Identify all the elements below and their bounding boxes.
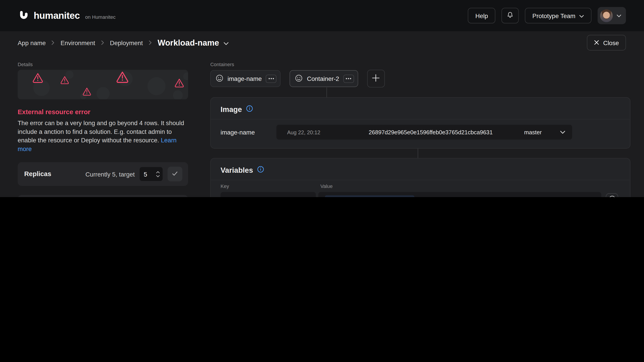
info-icon[interactable]: [257, 166, 264, 175]
public-url-card: Public URL Exposed with public URL Conta…: [18, 195, 188, 197]
chevron-down-icon: [224, 38, 229, 47]
info-icon[interactable]: [246, 105, 253, 114]
replicas-card: Replicas Currently 5, target: [18, 162, 188, 186]
error-title: External resource error: [18, 108, 188, 116]
tab-menu-button[interactable]: [343, 74, 354, 83]
brand: humanitec on Humanitec: [18, 9, 116, 22]
details-label: Details: [18, 62, 188, 67]
container-panel: Containers image-name Container-2: [210, 62, 630, 197]
user-menu-button[interactable]: [598, 7, 626, 24]
brand-suffix: on Humanitec: [85, 14, 116, 20]
remove-variable-button[interactable]: [606, 193, 618, 197]
tab-container-2[interactable]: Container-2: [290, 70, 358, 87]
breadcrumb-row: App name Environment Deployment Workload…: [0, 31, 644, 54]
chevron-down-icon: [616, 12, 622, 19]
tab-connector-line: [326, 87, 327, 97]
add-container-button[interactable]: [367, 70, 385, 87]
replicas-title: Replicas: [24, 170, 51, 178]
bell-icon: [506, 11, 514, 20]
variables-key-header: Key: [220, 183, 316, 189]
close-label: Close: [603, 39, 619, 46]
variable-value-field[interactable]: ${externals.postgres.engine}: [318, 192, 601, 197]
variable-row: DATABASE_KEY ${externals.postgres.engine…: [220, 192, 620, 197]
breadcrumb-app-name[interactable]: App name: [18, 39, 46, 46]
ellipsis-icon: [348, 78, 349, 79]
image-build-date: Aug 22, 20:12: [287, 129, 337, 135]
variables-value-header: Value: [318, 183, 601, 189]
image-card: Image image-name Aug 22, 20:12 26897d29e…: [210, 97, 630, 149]
stepper-arrows-icon[interactable]: [156, 171, 160, 177]
details-panel: Details: [18, 62, 188, 197]
circle-x-icon: [608, 195, 616, 197]
chevron-right-icon: [101, 40, 104, 45]
help-button[interactable]: Help: [468, 8, 496, 23]
replicas-input[interactable]: [144, 170, 152, 177]
card-connector-line: [418, 149, 418, 158]
replicas-stepper[interactable]: [140, 167, 162, 181]
container-smiley-icon: [295, 74, 303, 83]
image-branch: master: [524, 129, 542, 135]
workload-name-selector[interactable]: Workload-name: [158, 38, 229, 47]
check-icon: [172, 170, 178, 178]
tab-label: image-name: [228, 75, 262, 82]
chevron-down-icon: [560, 129, 566, 135]
workload-deployment-page: humanitec on Humanitec Help Prototype Te…: [0, 0, 644, 197]
variables-card: Variables Key Value DATABASE_KEY: [210, 158, 630, 197]
breadcrumb: App name Environment Deployment Workload…: [18, 38, 229, 47]
avatar: [600, 9, 613, 22]
replicas-subtitle: Currently 5, target: [86, 170, 135, 177]
tab-menu-button[interactable]: [266, 74, 276, 83]
image-hash: 26897d29e965e0e1596ffeb0e3765d21cbca9631: [343, 129, 518, 135]
image-version-dropdown[interactable]: Aug 22, 20:12 26897d29e965e0e1596ffeb0e3…: [276, 125, 572, 139]
top-bar: humanitec on Humanitec Help Prototype Te…: [0, 0, 644, 31]
close-button[interactable]: Close: [587, 35, 626, 50]
close-icon: [594, 39, 599, 46]
tab-label: Container-2: [307, 75, 339, 82]
chevron-right-icon: [148, 40, 152, 45]
breadcrumb-deployment[interactable]: Deployment: [110, 39, 143, 46]
variable-value-chip: ${externals.postgres.engine}: [325, 195, 414, 197]
containers-label: Containers: [210, 62, 630, 67]
error-illustration: [18, 70, 188, 99]
error-text: The error can be a very long and go beyo…: [18, 119, 184, 143]
humanitec-logo-icon: [18, 9, 30, 22]
team-menu-label: Prototype Team: [532, 12, 575, 19]
chevron-down-icon: [579, 12, 584, 19]
team-menu-button[interactable]: Prototype Team: [525, 8, 592, 23]
chevron-right-icon: [52, 40, 55, 45]
image-row-label: image-name: [220, 129, 276, 136]
notifications-button[interactable]: [502, 8, 519, 23]
workload-name: Workload-name: [158, 38, 219, 47]
replicas-apply-button[interactable]: [168, 167, 182, 181]
top-bar-actions: Help Prototype Team: [468, 7, 626, 24]
ellipsis-icon: [270, 78, 272, 79]
container-smiley-icon: [216, 74, 224, 83]
content: Details: [0, 54, 644, 197]
tab-image-name[interactable]: image-name: [210, 70, 281, 87]
container-tabs: image-name Container-2: [210, 70, 630, 87]
variables-card-title: Variables: [220, 166, 253, 175]
brand-name: humanitec: [34, 10, 80, 21]
image-card-title: Image: [220, 105, 242, 114]
error-description: The error can be a very long and go beyo…: [18, 119, 188, 153]
plus-icon: [372, 74, 380, 83]
breadcrumb-environment[interactable]: Environment: [60, 39, 95, 46]
variable-key[interactable]: DATABASE_KEY: [220, 192, 316, 197]
